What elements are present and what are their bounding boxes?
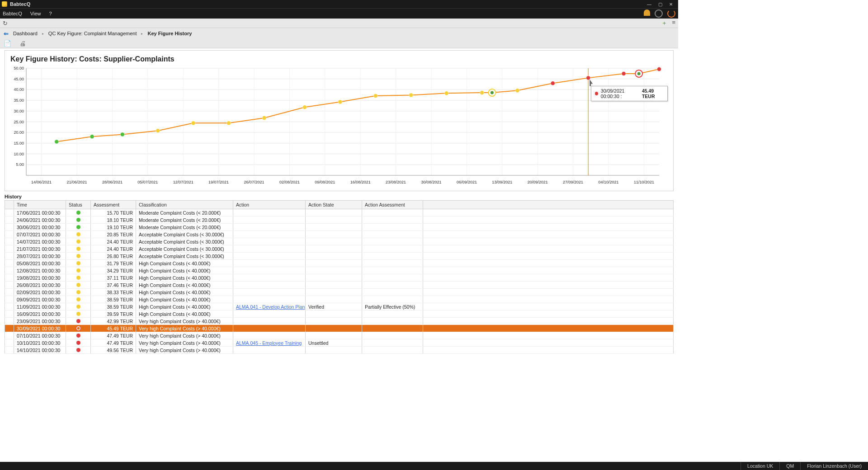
page-title: Key Figure History: Costs: Supplier-Comp…: [10, 55, 668, 63]
table-row[interactable]: 10/10/2021 00:00:3047.49 TEURVery high C…: [5, 339, 674, 347]
table-row[interactable]: 09/09/2021 00:00:3038.59 TEURHigh Compla…: [5, 296, 674, 303]
print-icon[interactable]: 🖨: [19, 40, 26, 47]
export-icon[interactable]: 📄: [4, 40, 11, 47]
status-dot-icon: [76, 268, 80, 273]
svg-point-67: [338, 100, 342, 104]
svg-point-62: [156, 129, 160, 133]
column-header[interactable]: Time: [14, 201, 66, 209]
column-header[interactable]: Classification: [136, 201, 233, 209]
svg-point-80: [657, 67, 661, 71]
table-row[interactable]: 14/07/2021 00:00:3024.40 TEURAcceptable …: [5, 238, 674, 245]
app-icon: [2, 1, 7, 7]
breadcrumb-history[interactable]: Key Figure History: [147, 31, 192, 36]
window-close-button[interactable]: ✕: [665, 2, 676, 7]
table-row[interactable]: 07/07/2021 00:00:3020.85 TEURAcceptable …: [5, 231, 674, 238]
add-tab-icon[interactable]: ＋: [661, 19, 667, 27]
reload-tab-icon[interactable]: ↻: [3, 20, 8, 27]
table-row[interactable]: 19/08/2021 00:00:3037.11 TEURHigh Compla…: [5, 274, 674, 282]
status-dot-icon: [76, 247, 80, 251]
svg-text:40.00: 40.00: [14, 87, 24, 92]
chart-svg[interactable]: 5.0010.0015.0020.0025.0030.0035.0040.004…: [10, 66, 666, 188]
svg-text:16/08/2021: 16/08/2021: [350, 180, 371, 184]
window-titlebar: BabtecQ — ▢ ✕: [0, 0, 678, 8]
table-row[interactable]: 24/06/2021 00:00:3018.10 TEURModerate Co…: [5, 216, 674, 224]
breadcrumb-keyfigure[interactable]: QC Key Figure: Complaint Management: [48, 31, 137, 36]
status-dot-icon: [76, 319, 80, 323]
column-header[interactable]: Assessment: [91, 201, 136, 209]
chart-container: 5.0010.0015.0020.0025.0030.0035.0040.004…: [10, 66, 668, 188]
svg-text:09/08/2021: 09/08/2021: [315, 180, 335, 184]
svg-point-79: [637, 72, 641, 75]
table-row[interactable]: 21/07/2021 00:00:3024.40 TEURAcceptable …: [5, 245, 674, 253]
column-header[interactable]: Action State: [306, 201, 362, 209]
action-link[interactable]: ALMA.041 - Develop Action Plan: [236, 304, 305, 310]
table-row[interactable]: →30/09/2021 00:00:3045.49 TEURVery high …: [5, 325, 674, 332]
tab-row: ↻ ＋ ≡: [0, 19, 678, 28]
status-dot-icon: [76, 326, 80, 330]
svg-text:21/06/2021: 21/06/2021: [66, 180, 87, 184]
svg-text:20/09/2021: 20/09/2021: [528, 180, 548, 184]
table-row[interactable]: 30/06/2021 00:00:3019.10 TEURModerate Co…: [5, 224, 674, 231]
svg-text:28/06/2021: 28/06/2021: [102, 180, 123, 184]
action-link[interactable]: ALMA.045 - Employee Training: [236, 340, 302, 346]
svg-text:27/09/2021: 27/09/2021: [563, 180, 583, 184]
svg-point-64: [227, 121, 231, 125]
svg-point-76: [586, 76, 590, 80]
window-maximize-button[interactable]: ▢: [655, 2, 665, 7]
tab-list-icon[interactable]: ≡: [672, 19, 675, 27]
settings-icon[interactable]: [655, 9, 663, 18]
svg-text:50.00: 50.00: [14, 66, 24, 70]
tooltip-value: 45.49 TEUR: [642, 88, 664, 99]
svg-text:26/07/2021: 26/07/2021: [244, 180, 264, 184]
table-row[interactable]: 14/10/2021 00:00:3049.56 TEURVery high C…: [5, 347, 674, 354]
window-minimize-button[interactable]: —: [644, 2, 655, 7]
status-dot-icon: [76, 225, 80, 229]
chart-tooltip: 30/09/2021 00:00:30 : 45.49 TEUR: [591, 86, 668, 101]
tooltip-dot-icon: [595, 92, 598, 95]
svg-point-61: [120, 132, 124, 136]
breadcrumb-dashboard[interactable]: Dashboard: [13, 31, 38, 36]
back-button[interactable]: ⇐: [4, 30, 9, 37]
svg-text:14/06/2021: 14/06/2021: [31, 180, 52, 184]
history-table[interactable]: TimeStatusAssessmentClassificationAction…: [5, 200, 674, 354]
user-icon[interactable]: [644, 9, 650, 16]
table-row[interactable]: 28/07/2021 00:00:3026.80 TEURAcceptable …: [5, 253, 674, 260]
column-header[interactable]: Action Assessment: [362, 201, 423, 209]
table-row[interactable]: 17/06/2021 00:00:3015.70 TEURModerate Co…: [5, 209, 674, 216]
svg-text:23/08/2021: 23/08/2021: [386, 180, 406, 184]
history-label: History: [5, 194, 674, 199]
svg-point-65: [262, 116, 266, 120]
status-dot-icon: [76, 232, 80, 236]
menu-view[interactable]: View: [30, 11, 41, 16]
table-row[interactable]: 02/09/2021 00:00:3038.33 TEURHigh Compla…: [5, 289, 674, 296]
table-row[interactable]: 23/09/2021 00:00:3042.99 TEURVery high C…: [5, 318, 674, 325]
column-header[interactable]: [5, 201, 14, 209]
refresh-icon[interactable]: [667, 9, 675, 18]
table-row[interactable]: 16/09/2021 00:00:3039.59 TEURHigh Compla…: [5, 310, 674, 318]
table-row[interactable]: 12/08/2021 00:00:3034.29 TEURHigh Compla…: [5, 267, 674, 274]
svg-point-66: [303, 105, 307, 109]
status-dot-icon: [76, 290, 80, 294]
menu-help[interactable]: ?: [49, 11, 52, 16]
status-dot-icon: [76, 283, 80, 287]
status-dot-icon: [76, 211, 80, 215]
column-header[interactable]: [423, 201, 674, 209]
status-dot-icon: [76, 348, 80, 352]
svg-text:5.00: 5.00: [16, 162, 24, 167]
svg-text:02/08/2021: 02/08/2021: [279, 180, 300, 184]
table-row[interactable]: 07/10/2021 00:00:3047.49 TEURVery high C…: [5, 332, 674, 339]
svg-point-77: [622, 71, 626, 75]
svg-text:30/08/2021: 30/08/2021: [421, 180, 441, 184]
table-row[interactable]: 26/08/2021 00:00:3037.46 TEURHigh Compla…: [5, 282, 674, 289]
svg-text:45.00: 45.00: [14, 77, 24, 81]
column-header[interactable]: Status: [66, 201, 91, 209]
svg-text:10.00: 10.00: [14, 152, 24, 156]
column-header[interactable]: Action: [233, 201, 306, 209]
table-row[interactable]: 05/08/2021 00:00:3031.79 TEURHigh Compla…: [5, 260, 674, 267]
svg-text:13/09/2021: 13/09/2021: [492, 180, 512, 184]
menu-babtecq[interactable]: BabtecQ: [3, 11, 22, 16]
table-row[interactable]: 11/09/2021 00:00:3038.59 TEURHigh Compla…: [5, 303, 674, 310]
svg-text:11/10/2021: 11/10/2021: [634, 180, 654, 184]
breadcrumb: ⇐ Dashboard ▸ QC Key Figure: Complaint M…: [4, 28, 675, 39]
svg-point-71: [480, 91, 484, 95]
